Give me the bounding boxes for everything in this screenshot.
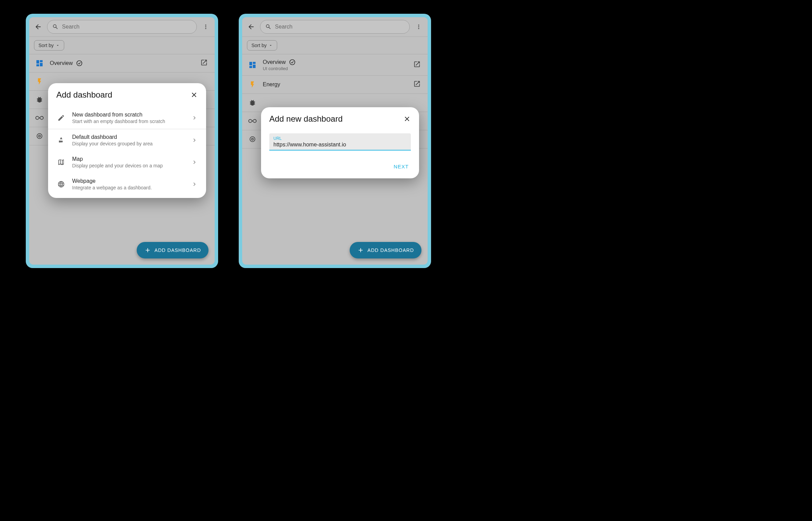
plus-icon xyxy=(144,247,151,254)
arrow-left-icon xyxy=(34,23,42,31)
svg-point-3 xyxy=(290,60,295,65)
plus-icon xyxy=(357,247,364,254)
dialog-title: Add new dashboard xyxy=(269,114,343,124)
globe-icon xyxy=(56,179,66,189)
list-item-subtitle: UI controlled xyxy=(263,66,408,71)
app: Sort by Overview xyxy=(29,17,215,265)
dashboard-icon xyxy=(35,58,44,68)
list-item-text: Overview UI controlled xyxy=(263,58,408,71)
option-subtitle: Start with an empty dashboard from scrat… xyxy=(72,119,185,124)
list-item-text: Energy xyxy=(263,81,408,88)
back-button[interactable] xyxy=(33,21,44,32)
list-item-title: Overview xyxy=(263,59,286,65)
url-input[interactable] xyxy=(273,141,407,148)
dashboard-icon xyxy=(248,60,257,70)
topbar xyxy=(242,17,428,36)
list-item[interactable]: Overview UI controlled xyxy=(242,54,428,76)
infinity-icon xyxy=(35,113,44,123)
add-new-dashboard-dialog: Add new dashboard URL NEXT xyxy=(261,107,419,178)
list-item-title: Energy xyxy=(263,81,280,88)
subbar: Sort by xyxy=(29,36,215,54)
option-map[interactable]: Map Display people and your devices on a… xyxy=(48,151,206,173)
topbar xyxy=(29,17,215,36)
option-new-scratch[interactable]: New dashboard from scratch Start with an… xyxy=(48,107,206,129)
close-icon xyxy=(190,91,198,99)
close-button[interactable] xyxy=(403,115,411,123)
brain-icon xyxy=(248,134,257,144)
check-icon xyxy=(289,58,296,66)
app: Sort by Overview UI controlled xyxy=(242,17,428,265)
infinity-icon xyxy=(248,116,257,126)
svg-point-1 xyxy=(37,134,42,139)
subbar: Sort by xyxy=(242,36,428,54)
add-dashboard-fab[interactable]: ADD DASHBOARD xyxy=(137,242,208,258)
chevron-down-icon xyxy=(269,43,273,47)
chevron-down-icon xyxy=(56,43,60,47)
fab-label: ADD DASHBOARD xyxy=(155,247,201,253)
chevron-right-icon xyxy=(191,137,198,144)
arrow-left-icon xyxy=(247,23,255,31)
svg-point-5 xyxy=(251,138,253,140)
screen-left: Sort by Overview xyxy=(26,14,218,268)
open-external-button[interactable] xyxy=(413,80,422,89)
url-label: URL xyxy=(273,136,407,141)
dialog-title: Add dashboard xyxy=(56,90,112,100)
option-subtitle: Display people and your devices on a map xyxy=(72,163,185,168)
next-button[interactable]: NEXT xyxy=(392,161,411,172)
map-icon xyxy=(56,157,66,167)
pencil-icon xyxy=(56,113,66,123)
sort-by-button[interactable]: Sort by xyxy=(247,40,277,51)
energy-icon xyxy=(35,77,44,86)
screen-right: Sort by Overview UI controlled xyxy=(239,14,431,268)
open-external-button[interactable] xyxy=(413,60,422,69)
option-subtitle: Integrate a webpage as a dashboard. xyxy=(72,185,185,190)
shapes-icon xyxy=(56,135,66,145)
more-menu-button[interactable] xyxy=(200,21,211,32)
chevron-right-icon xyxy=(191,159,198,166)
back-button[interactable] xyxy=(246,21,257,32)
list-item[interactable]: Overview xyxy=(29,54,215,73)
add-dashboard-fab[interactable]: ADD DASHBOARD xyxy=(350,242,421,258)
option-title: Webpage xyxy=(72,178,185,184)
search-bar[interactable] xyxy=(47,20,197,34)
svg-point-4 xyxy=(250,137,255,142)
sort-by-label: Sort by xyxy=(251,43,267,48)
check-icon xyxy=(76,59,83,67)
add-dashboard-dialog: Add dashboard New dashboard from scratch… xyxy=(48,83,206,198)
search-input[interactable] xyxy=(62,24,192,30)
dots-vertical-icon xyxy=(415,23,422,30)
option-title: Default dashboard xyxy=(72,134,185,140)
bug-icon xyxy=(35,95,44,104)
open-external-button[interactable] xyxy=(200,59,209,68)
list-item-text: Overview xyxy=(50,59,195,67)
energy-icon xyxy=(248,80,257,89)
option-title: Map xyxy=(72,156,185,162)
fab-label: ADD DASHBOARD xyxy=(368,247,414,253)
close-icon xyxy=(403,115,411,123)
url-field[interactable]: URL xyxy=(269,133,411,151)
dots-vertical-icon xyxy=(202,23,209,30)
search-icon xyxy=(265,23,272,30)
option-webpage[interactable]: Webpage Integrate a webpage as a dashboa… xyxy=(48,173,206,198)
search-icon xyxy=(52,23,59,30)
more-menu-button[interactable] xyxy=(413,21,424,32)
sort-by-label: Sort by xyxy=(38,43,54,48)
svg-point-2 xyxy=(38,135,41,137)
search-bar[interactable] xyxy=(260,20,410,34)
list-item[interactable]: Energy xyxy=(242,76,428,94)
close-button[interactable] xyxy=(190,91,198,99)
brain-icon xyxy=(35,131,44,141)
chevron-right-icon xyxy=(191,181,198,188)
chevron-right-icon xyxy=(191,114,198,121)
svg-point-0 xyxy=(77,61,82,66)
option-title: New dashboard from scratch xyxy=(72,112,185,118)
sort-by-button[interactable]: Sort by xyxy=(34,40,64,51)
search-input[interactable] xyxy=(275,24,405,30)
list-item-title: Overview xyxy=(50,60,73,66)
option-subtitle: Display your devices grouped by area xyxy=(72,141,185,146)
option-default-dashboard[interactable]: Default dashboard Display your devices g… xyxy=(48,129,206,151)
bug-icon xyxy=(248,98,257,108)
